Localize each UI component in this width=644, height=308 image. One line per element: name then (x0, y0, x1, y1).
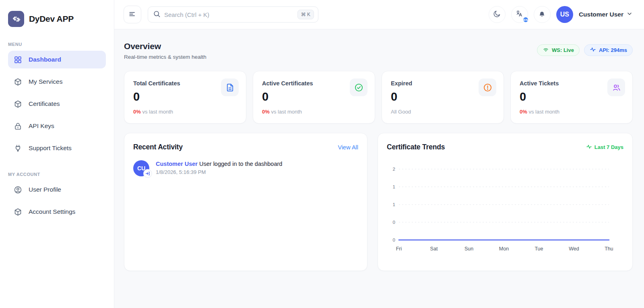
stat-footnote: 0% vs last month (262, 109, 366, 115)
stat-footnote: 0% vs last month (133, 109, 237, 115)
sidebar-item-label: Account Settings (29, 208, 75, 215)
status-badges: WS: Live API: 294ms (537, 44, 633, 56)
range-label-text: Last 7 Days (594, 144, 623, 150)
sidebar-section-my-account: MY ACCOUNT (8, 172, 106, 177)
stat-note: vs last month (528, 109, 559, 115)
plug-icon (14, 144, 22, 153)
y-tick-label: 2 (393, 167, 395, 172)
x-tick-label: Wed (569, 246, 579, 252)
api-badge-label: API: 294ms (599, 47, 627, 53)
stat-card-total-certificates[interactable]: Total Certificates 0 0% vs last month (124, 71, 246, 124)
dark-mode-toggle[interactable] (489, 6, 506, 23)
recent-activity-title: Recent Activity (133, 143, 183, 151)
x-tick-label: Sat (430, 246, 438, 252)
user-menu[interactable]: Customer User (579, 10, 633, 19)
x-tick-label: Tue (535, 246, 543, 252)
stat-delta: 0% (133, 109, 141, 115)
api-latency-badge: API: 294ms (584, 44, 633, 56)
page-title: Overview (124, 41, 206, 51)
language-switcher[interactable]: EN (511, 6, 528, 23)
sidebar-item-dashboard[interactable]: Dashboard (8, 51, 106, 68)
activity-avatar: CU (133, 160, 149, 176)
trend-chart: 21100FriSatSunMonTueWedThu (387, 160, 623, 260)
activity-list-item[interactable]: CU Customer User User logged in to the d… (133, 160, 358, 176)
pulse-icon (590, 46, 596, 54)
stat-delta: 0% (520, 109, 527, 115)
search-input[interactable] (164, 11, 294, 18)
lock-icon (14, 122, 22, 130)
x-tick-label: Thu (605, 246, 613, 252)
stat-footnote: All Good (391, 109, 495, 115)
notifications-button[interactable] (534, 6, 551, 23)
activity-user: Customer User (156, 161, 198, 167)
sidebar-section-menu: MENU (8, 42, 106, 47)
menu-icon (128, 10, 136, 19)
y-tick-label: 0 (393, 220, 395, 225)
y-tick-label: 1 (393, 202, 395, 207)
cube-icon (14, 78, 22, 86)
document-icon (221, 79, 239, 96)
sidebar: DyDev APP MENU Dashboard My Services (0, 0, 114, 308)
certificate-trends-panel: Certificate Trends Last 7 Days 21100FriS… (378, 133, 633, 271)
grid-icon (14, 56, 22, 64)
stat-card-active-tickets[interactable]: Active Tickets 0 0% vs last month (510, 71, 633, 124)
app-logo[interactable]: DyDev APP (8, 0, 106, 27)
check-circle-icon (350, 79, 367, 96)
search-box[interactable]: ⌘ K (148, 6, 318, 23)
topbar: ⌘ K EN (114, 0, 644, 29)
bell-icon (538, 10, 546, 20)
search-icon (153, 10, 161, 19)
stat-delta: 0% (262, 109, 270, 115)
cube-icon (14, 100, 22, 108)
page-content: Overview Real-time metrics & system heal… (114, 29, 644, 308)
cube-icon (14, 208, 22, 216)
range-label: Last 7 Days (586, 144, 623, 151)
stat-note: vs last month (142, 109, 173, 115)
pulse-icon (586, 144, 592, 151)
alert-circle-icon (479, 79, 496, 96)
login-arrow-icon (143, 169, 152, 178)
recent-activity-panel: Recent Activity View All CU (124, 133, 367, 271)
sidebar-item-label: Certificates (29, 100, 60, 107)
stat-note: vs last month (271, 109, 302, 115)
y-tick-label: 0 (393, 238, 395, 242)
view-all-link[interactable]: View All (338, 144, 358, 151)
ws-badge-label: WS: Live (552, 47, 574, 53)
user-avatar[interactable]: US (556, 6, 573, 23)
chevron-down-icon (626, 10, 633, 19)
sidebar-item-account-settings[interactable]: Account Settings (8, 203, 106, 221)
stats-row: Total Certificates 0 0% vs last month Ac… (124, 71, 633, 124)
x-tick-label: Mon (499, 246, 509, 252)
user-name: Customer User (579, 11, 623, 18)
wifi-icon (543, 46, 549, 54)
sidebar-item-certificates[interactable]: Certificates (8, 95, 106, 113)
sidebar-item-label: User Profile (29, 186, 61, 193)
stat-footnote: 0% vs last month (520, 109, 623, 115)
sidebar-item-api-keys[interactable]: API Keys (8, 117, 106, 135)
sidebar-item-label: API Keys (29, 122, 54, 130)
websocket-status-badge: WS: Live (537, 44, 580, 56)
sidebar-toggle-button[interactable] (124, 6, 141, 23)
logo-chevrons-icon (8, 11, 24, 27)
language-badge: EN (522, 17, 529, 23)
page-subtitle: Real-time metrics & system health (124, 54, 206, 60)
x-tick-label: Sun (464, 246, 473, 252)
activity-action: User logged in to the dashboard (199, 161, 282, 167)
activity-timestamp: 1/8/2026, 5:16:39 PM (156, 169, 282, 175)
sidebar-item-support-tickets[interactable]: Support Tickets (8, 139, 106, 157)
app-root: DyDev APP MENU Dashboard My Services (0, 0, 644, 308)
stat-card-expired[interactable]: Expired 0 All Good (382, 71, 504, 124)
topbar-actions: EN US Customer User (489, 6, 633, 23)
sidebar-item-label: Support Tickets (29, 145, 72, 152)
activity-text: Customer User User logged in to the dash… (156, 161, 282, 167)
sidebar-item-user-profile[interactable]: User Profile (8, 181, 106, 198)
moon-icon (493, 10, 501, 20)
sidebar-item-label: My Services (29, 78, 62, 85)
main-column: ⌘ K EN (114, 0, 644, 308)
stat-card-active-certificates[interactable]: Active Certificates 0 0% vs last month (253, 71, 375, 124)
sidebar-item-my-services[interactable]: My Services (8, 73, 106, 91)
x-tick-label: Fri (396, 246, 402, 252)
app-title: DyDev APP (29, 14, 74, 24)
search-shortcut-badge: ⌘ K (297, 10, 314, 19)
trends-title: Certificate Trends (387, 143, 445, 151)
